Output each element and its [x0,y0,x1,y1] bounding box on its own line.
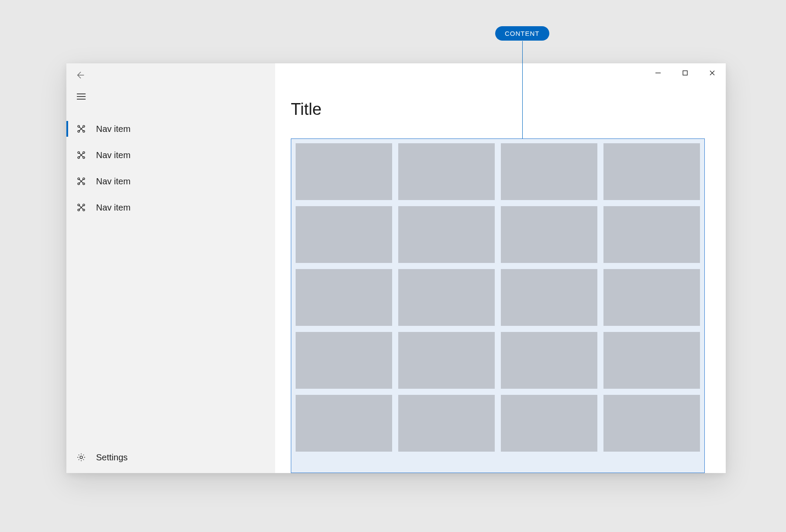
content-tile[interactable] [398,395,495,452]
content-tile[interactable] [501,332,597,389]
nav-item-1[interactable]: Nav item [66,142,275,168]
content-pane: Title [275,63,726,473]
command-icon [76,176,86,187]
settings-item[interactable]: Settings [66,444,275,470]
nav-item-label: Nav item [96,176,131,187]
content-grid [291,139,704,452]
content-tile[interactable] [296,395,392,452]
hamburger-icon[interactable] [76,91,86,102]
annotation-pill: CONTENT [495,26,549,41]
content-tile[interactable] [501,395,597,452]
nav-item-label: Nav item [96,150,131,160]
content-tile[interactable] [603,269,700,326]
minimize-button[interactable] [645,63,672,83]
command-icon [76,202,86,213]
content-tile[interactable] [398,332,495,389]
close-button[interactable] [699,63,726,83]
nav-list: Nav item Nav item [66,116,275,221]
nav-item-label: Nav item [96,203,131,213]
gear-icon [76,452,86,463]
content-region [291,138,705,473]
content-tile[interactable] [296,332,392,389]
nav-item-label: Nav item [96,124,131,134]
content-tile[interactable] [296,206,392,263]
back-icon[interactable] [76,70,86,80]
content-tile[interactable] [603,395,700,452]
content-tile[interactable] [501,143,597,200]
window-controls [645,63,726,83]
command-icon [76,150,86,160]
nav-pane: Nav item Nav item [66,63,275,473]
nav-item-2[interactable]: Nav item [66,168,275,194]
content-tile[interactable] [603,332,700,389]
page-title: Title [291,100,321,119]
content-tile[interactable] [296,143,392,200]
content-tile[interactable] [296,269,392,326]
content-tile[interactable] [398,143,495,200]
annotation-line [522,41,523,139]
nav-item-0[interactable]: Nav item [66,116,275,142]
content-tile[interactable] [603,206,700,263]
content-tile[interactable] [501,269,597,326]
command-icon [76,124,86,134]
settings-label: Settings [96,453,128,463]
content-tile[interactable] [501,206,597,263]
app-window: Nav item Nav item [66,63,726,473]
svg-rect-29 [683,71,687,75]
content-tile[interactable] [398,206,495,263]
content-tile[interactable] [603,143,700,200]
nav-item-3[interactable]: Nav item [66,194,275,221]
content-tile[interactable] [398,269,495,326]
svg-point-27 [80,456,83,459]
annotation-content: CONTENT [495,26,549,41]
maximize-button[interactable] [672,63,699,83]
